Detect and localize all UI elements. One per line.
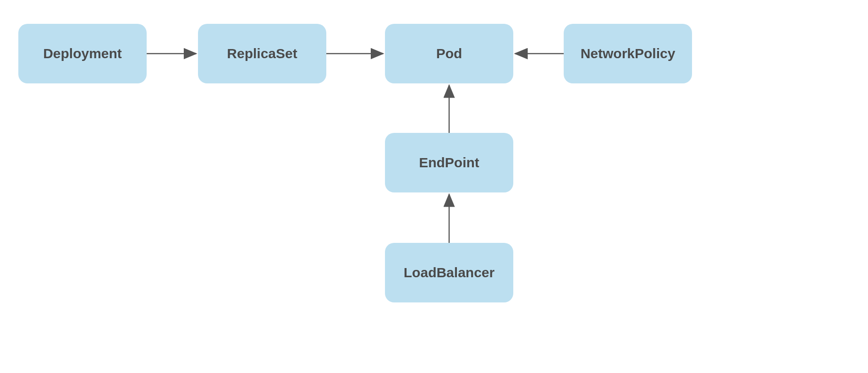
node-label: Pod [436,46,462,61]
node-networkpolicy: NetworkPolicy [564,24,692,83]
node-endpoint: EndPoint [385,133,513,192]
node-label: Deployment [43,46,122,61]
node-label: EndPoint [419,155,479,170]
node-deployment: Deployment [18,24,147,83]
node-label: ReplicaSet [227,46,297,61]
node-pod: Pod [385,24,513,83]
node-replicaset: ReplicaSet [198,24,326,83]
node-label: NetworkPolicy [581,46,676,61]
node-label: LoadBalancer [404,265,494,280]
node-loadbalancer: LoadBalancer [385,243,513,302]
